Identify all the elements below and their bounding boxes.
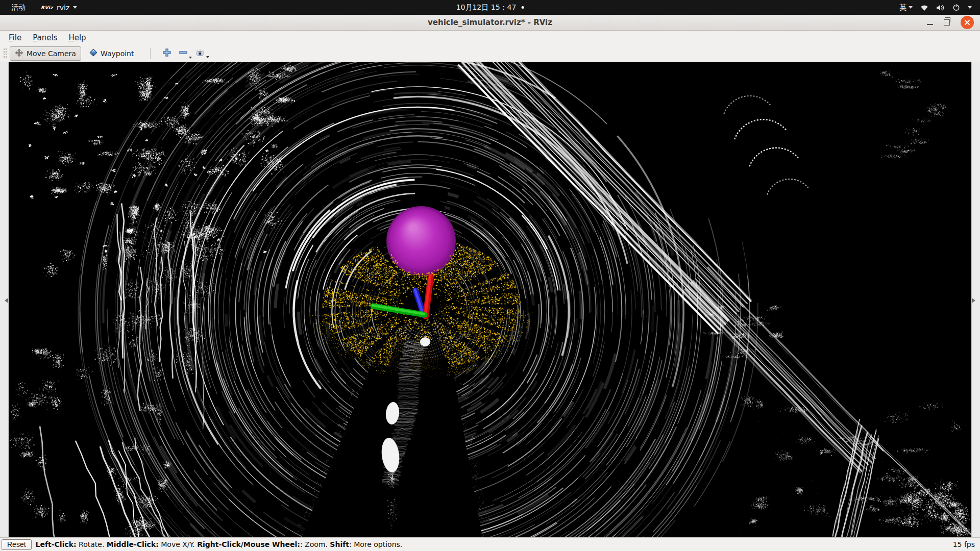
- minus-icon: [179, 48, 188, 59]
- input-method-indicator[interactable]: 英: [899, 3, 913, 12]
- expand-left-panel-icon[interactable]: [2, 298, 8, 303]
- reset-button[interactable]: Reset: [2, 539, 32, 550]
- dropdown-arrow-icon: [189, 57, 192, 60]
- close-button[interactable]: [961, 16, 974, 29]
- dropdown-arrow-icon: [206, 56, 209, 60]
- menu-panels[interactable]: Panels: [27, 32, 63, 44]
- mouse-help-text: Left-Click: Rotate. Middle-Click: Move X…: [36, 540, 403, 548]
- menu-bar: File Panels Help: [0, 31, 980, 45]
- chevron-down-icon: [73, 6, 77, 11]
- clock-menu[interactable]: 10月12日 15：47: [456, 3, 524, 12]
- left-panel-collapsed[interactable]: [0, 62, 9, 537]
- render-panel: [0, 62, 980, 537]
- right-panel-collapsed[interactable]: [971, 62, 980, 537]
- gnome-top-bar: 活动 RViz rviz 10月12日 15：47 英: [0, 0, 980, 15]
- chevron-down-icon[interactable]: [968, 6, 972, 11]
- restore-button[interactable]: [944, 19, 950, 26]
- input-method-label: 英: [899, 3, 906, 12]
- waypoint-diamond-icon: [89, 48, 97, 58]
- visibility-tool-button[interactable]: [195, 49, 205, 58]
- app-menu[interactable]: RViz rviz: [41, 4, 77, 12]
- app-menu-label: rviz: [57, 4, 69, 12]
- wifi-icon[interactable]: [920, 4, 928, 11]
- activities-button[interactable]: 活动: [9, 2, 28, 13]
- power-icon[interactable]: [952, 4, 960, 11]
- remove-tool-button[interactable]: [179, 48, 188, 59]
- move-camera-tool-button[interactable]: Move Camera: [10, 46, 81, 61]
- toolbar-separator: [150, 48, 151, 59]
- screen: 活动 RViz rviz 10月12日 15：47 英: [0, 0, 980, 551]
- minimize-button[interactable]: [927, 24, 933, 25]
- move-camera-icon: [15, 48, 23, 59]
- chevron-down-icon: [909, 6, 913, 11]
- menu-help[interactable]: Help: [63, 32, 91, 44]
- add-tool-button[interactable]: [162, 48, 172, 59]
- menu-file[interactable]: File: [3, 32, 27, 44]
- fps-counter: 15 fps: [953, 540, 980, 548]
- window-title-bar[interactable]: vehicle_simulator.rviz* - RViz: [0, 15, 980, 31]
- toolbar: Move Camera Waypoint: [0, 45, 980, 62]
- toolbar-grip-handle[interactable]: [3, 48, 7, 59]
- 3d-viewport-canvas[interactable]: [9, 62, 971, 537]
- clock-label: 10月12日 15：47: [456, 3, 517, 12]
- rviz-app-icon: RViz: [41, 5, 53, 10]
- eye-icon: [195, 49, 205, 58]
- waypoint-label: Waypoint: [101, 49, 134, 58]
- move-camera-label: Move Camera: [27, 49, 76, 58]
- window-title: vehicle_simulator.rviz* - RViz: [0, 18, 980, 27]
- expand-right-panel-icon[interactable]: [972, 298, 978, 303]
- plus-icon: [162, 48, 172, 59]
- volume-icon[interactable]: [936, 4, 945, 11]
- system-indicators[interactable]: 英: [899, 3, 980, 12]
- waypoint-tool-button[interactable]: Waypoint: [84, 46, 139, 61]
- status-bar: Reset Left-Click: Rotate. Middle-Click: …: [0, 537, 980, 551]
- notification-dot-icon: [521, 6, 524, 9]
